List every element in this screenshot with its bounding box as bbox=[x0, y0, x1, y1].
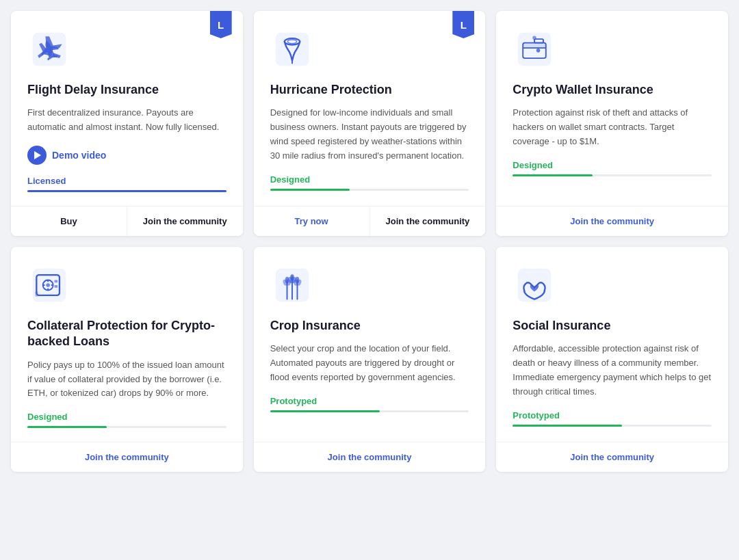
title-collateral: Collateral Protection for Crypto-backed … bbox=[27, 318, 226, 350]
svg-rect-20 bbox=[54, 285, 57, 288]
desc-collateral: Policy pays up to 100% of the issued loa… bbox=[27, 358, 226, 401]
status-label-crop: Prototyped bbox=[270, 396, 469, 406]
card-body-hurricane: Hurricane Protection Designed for low-in… bbox=[254, 11, 486, 206]
progress-bg-crop bbox=[270, 410, 469, 412]
card-body-crypto-wallet: Crypto Wallet Insurance Protection again… bbox=[496, 11, 728, 206]
title-social: Social Insurance bbox=[513, 318, 712, 334]
progress-bg-collateral bbox=[27, 426, 226, 428]
plane-icon bbox=[27, 27, 71, 71]
progress-bg-hurricane bbox=[270, 189, 469, 191]
progress-fill-social bbox=[513, 425, 622, 427]
status-section-crop: Prototyped bbox=[270, 396, 469, 412]
svg-rect-21 bbox=[35, 291, 38, 296]
card-body-flight-delay: Flight Delay Insurance First decentraliz… bbox=[11, 11, 243, 206]
join-community-button-crypto-wallet[interactable]: Join the community bbox=[496, 206, 728, 236]
status-label-crypto-wallet: Designed bbox=[513, 160, 712, 170]
join-community-button-hurricane[interactable]: Join the community bbox=[370, 206, 486, 236]
progress-fill-flight-delay bbox=[27, 190, 226, 192]
progress-fill-hurricane bbox=[270, 189, 350, 191]
card-collateral: Collateral Protection for Crypto-backed … bbox=[11, 247, 243, 472]
progress-fill-crypto-wallet bbox=[513, 174, 592, 176]
svg-point-10 bbox=[533, 36, 537, 40]
tornado-icon bbox=[270, 27, 314, 71]
status-label-social: Prototyped bbox=[513, 410, 712, 421]
desc-crypto-wallet: Protection against risk of theft and att… bbox=[513, 106, 712, 148]
crop-icon bbox=[270, 263, 314, 307]
safe-icon bbox=[27, 263, 71, 307]
actions-collateral: Join the community bbox=[11, 442, 243, 472]
progress-bg-flight-delay bbox=[27, 190, 226, 192]
title-crypto-wallet: Crypto Wallet Insurance bbox=[513, 82, 712, 98]
card-crypto-wallet: Crypto Wallet Insurance Protection again… bbox=[496, 11, 728, 236]
try-now-button-hurricane[interactable]: Try now bbox=[254, 206, 370, 236]
actions-crop: Join the community bbox=[254, 442, 486, 472]
title-crop: Crop Insurance bbox=[270, 318, 469, 334]
card-flight-delay: L Flight Delay Insurance First decentral… bbox=[11, 11, 243, 236]
progress-fill-crop bbox=[270, 410, 380, 412]
card-hurricane: L Hurricane Protection Designed for low-… bbox=[254, 11, 486, 236]
actions-social: Join the community bbox=[496, 442, 728, 472]
wallet-icon bbox=[513, 27, 556, 71]
status-section-hurricane: Designed bbox=[270, 174, 469, 191]
desc-flight-delay: First decentralized insurance. Payouts a… bbox=[27, 106, 226, 135]
status-label-hurricane: Designed bbox=[270, 174, 469, 185]
svg-rect-7 bbox=[523, 43, 547, 48]
card-body-crop: Crop Insurance Select your crop and the … bbox=[254, 247, 486, 442]
svg-rect-19 bbox=[54, 280, 57, 283]
play-icon bbox=[27, 146, 47, 165]
demo-video-label: Demo video bbox=[52, 150, 106, 161]
join-community-button-crop[interactable]: Join the community bbox=[254, 442, 486, 472]
card-body-collateral: Collateral Protection for Crypto-backed … bbox=[11, 247, 243, 442]
progress-fill-collateral bbox=[27, 426, 107, 428]
desc-social: Affordable, accessible protection agains… bbox=[513, 342, 712, 399]
progress-bg-social bbox=[513, 425, 712, 427]
progress-bg-crypto-wallet bbox=[513, 174, 712, 176]
actions-flight-delay: Buy Join the community bbox=[11, 206, 243, 236]
desc-hurricane: Designed for low-income individuals and … bbox=[270, 106, 469, 163]
demo-video-link[interactable]: Demo video bbox=[27, 146, 226, 165]
status-label-collateral: Designed bbox=[27, 412, 226, 422]
svg-point-14 bbox=[46, 283, 50, 287]
heart-hands-icon bbox=[513, 263, 556, 307]
desc-crop: Select your crop and the location of you… bbox=[270, 342, 469, 384]
card-crop: Crop Insurance Select your crop and the … bbox=[254, 247, 486, 472]
title-flight-delay: Flight Delay Insurance bbox=[27, 82, 226, 98]
join-community-button-flight-delay[interactable]: Join the community bbox=[127, 206, 243, 236]
actions-hurricane: Try now Join the community bbox=[254, 206, 486, 236]
cards-grid: L Flight Delay Insurance First decentral… bbox=[11, 11, 728, 472]
badge-hurricane: L bbox=[452, 11, 474, 38]
svg-rect-35 bbox=[518, 269, 552, 302]
actions-crypto-wallet: Join the community bbox=[496, 206, 728, 236]
status-section-flight-delay: Licensed bbox=[27, 176, 226, 192]
badge-flight-delay: L bbox=[210, 11, 232, 38]
svg-point-9 bbox=[536, 49, 541, 53]
status-section-crypto-wallet: Designed bbox=[513, 160, 712, 176]
card-body-social: Social Insurance Affordable, accessible … bbox=[496, 247, 728, 442]
status-section-collateral: Designed bbox=[27, 412, 226, 428]
buy-button[interactable]: Buy bbox=[11, 206, 127, 236]
title-hurricane: Hurricane Protection bbox=[270, 82, 469, 98]
join-community-button-collateral[interactable]: Join the community bbox=[11, 442, 243, 472]
status-section-social: Prototyped bbox=[513, 410, 712, 427]
card-social: Social Insurance Affordable, accessible … bbox=[496, 247, 728, 472]
join-community-button-social[interactable]: Join the community bbox=[496, 442, 728, 472]
status-label-flight-delay: Licensed bbox=[27, 176, 226, 186]
